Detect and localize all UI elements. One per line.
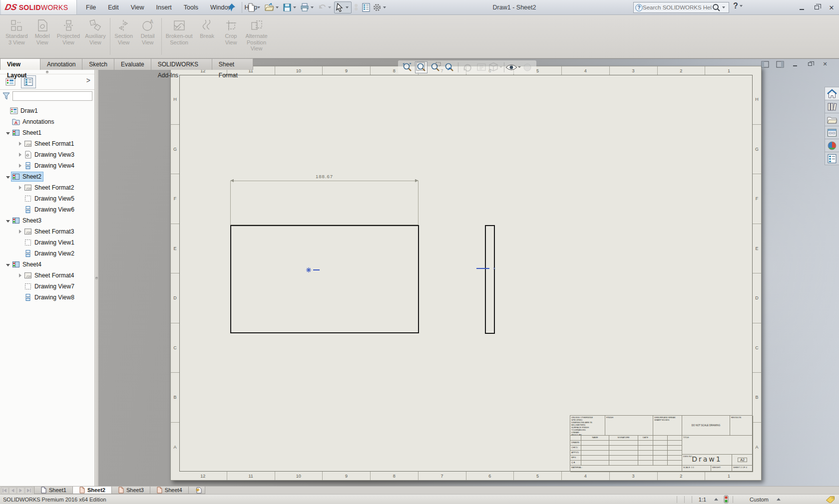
tab-annotation[interactable]: Annotation: [40, 58, 82, 70]
tree-item-sheet3[interactable]: Sheet3: [0, 215, 94, 226]
scale-caret-icon[interactable]: [714, 498, 718, 501]
sheet-tab-sheet2[interactable]: Sheet2: [72, 487, 112, 494]
help-caret-icon[interactable]: [740, 5, 743, 7]
tree-item-sheet-format2[interactable]: Sheet Format2: [0, 182, 94, 193]
tree-expand-down-icon[interactable]: [5, 129, 11, 136]
task-pane-appearances-button[interactable]: [825, 139, 839, 152]
tree-expand-right-icon[interactable]: [17, 184, 23, 191]
save-button[interactable]: [282, 1, 299, 13]
menu-file[interactable]: File: [80, 0, 102, 15]
settings-gear-button[interactable]: [372, 1, 389, 13]
tree-item-drawing-view3[interactable]: Drawing View3: [0, 149, 94, 160]
dock-right-button[interactable]: [775, 60, 785, 68]
help-button[interactable]: ?: [733, 1, 745, 10]
panel-splitter[interactable]: [95, 70, 98, 486]
print-button[interactable]: [299, 1, 317, 13]
tab-sketch[interactable]: Sketch: [82, 58, 114, 70]
dimension-text[interactable]: 188.67: [230, 174, 419, 179]
tree-item-sheet4[interactable]: Sheet4: [0, 259, 94, 270]
tree-item-drawing-view8[interactable]: Drawing View8: [0, 292, 94, 303]
tree-item-drawing-view1[interactable]: Drawing View1: [0, 237, 94, 248]
select-cursor-button[interactable]: [334, 1, 352, 13]
search-icon[interactable]: [712, 3, 721, 12]
ribbon-group: SectionViewADetailView: [112, 17, 160, 46]
sheet-tab-sheet1[interactable]: Sheet1: [34, 487, 73, 494]
tab-evaluate[interactable]: Evaluate: [114, 58, 151, 70]
tree-item-sheet-format4[interactable]: Sheet Format4: [0, 270, 94, 281]
dock-left-button[interactable]: [760, 60, 770, 68]
menu-tools[interactable]: Tools: [178, 0, 204, 15]
restore-button[interactable]: [812, 3, 821, 11]
menu-edit[interactable]: Edit: [102, 0, 125, 15]
tree-item-drawing-view7[interactable]: Drawing View7: [0, 281, 94, 292]
drawing-view-outline[interactable]: [230, 181, 419, 225]
select-cursor-caret-icon[interactable]: [346, 6, 349, 8]
traffic-light-icon[interactable]: [723, 495, 729, 504]
task-pane-home-button[interactable]: [825, 87, 839, 100]
undo-caret-icon[interactable]: [328, 6, 331, 8]
view-orientation-caret-icon[interactable]: [499, 66, 502, 68]
tag-icon[interactable]: [826, 496, 835, 503]
pin-icon[interactable]: [226, 2, 237, 12]
options-list-button[interactable]: [361, 1, 372, 13]
doc-restore-button[interactable]: [805, 60, 815, 68]
settings-gear-caret-icon[interactable]: [383, 6, 386, 8]
sheet-tab-sheet3[interactable]: Sheet3: [111, 487, 150, 494]
panel-expand-chevron-icon[interactable]: >: [86, 76, 90, 84]
zoom-to-fit-button[interactable]: [415, 61, 427, 73]
tree-filter-input[interactable]: [12, 91, 92, 101]
graphics-area[interactable]: ✕ 121110987654321 121110987654321 HGFEDC…: [98, 58, 839, 486]
tree-item-sheet-format1[interactable]: Sheet Format1: [0, 138, 94, 149]
tree-item-sheet-format3[interactable]: Sheet Format3: [0, 226, 94, 237]
tree-item-drawing-view5[interactable]: Drawing View5: [0, 193, 94, 204]
tree-item-drawing-view6[interactable]: Drawing View6: [0, 204, 94, 215]
menu-view[interactable]: View: [125, 0, 150, 15]
new-document-caret-icon[interactable]: [257, 6, 260, 8]
print-caret-icon[interactable]: [311, 6, 314, 8]
open-button[interactable]: [263, 1, 282, 13]
new-document-button[interactable]: [246, 1, 263, 13]
task-pane-design-library-button[interactable]: [825, 100, 839, 113]
tab-view-layout[interactable]: View Layout: [0, 58, 40, 70]
sheet-page-icon: [40, 487, 47, 494]
hide-show-items-button[interactable]: [507, 61, 519, 73]
tree-expand-right-icon[interactable]: [17, 228, 23, 235]
task-pane-view-palette-button[interactable]: [825, 126, 839, 139]
tree-expand-down-icon[interactable]: [5, 261, 11, 268]
previous-view-button[interactable]: [443, 61, 455, 73]
configuration-caret-icon[interactable]: [777, 498, 781, 501]
tree-item-annotations[interactable]: AAnnotations: [0, 116, 94, 127]
tree-item-sheet2[interactable]: Sheet2: [0, 171, 94, 182]
tree-expand-right-icon[interactable]: [17, 272, 23, 279]
task-pane-custom-properties-button[interactable]: [825, 152, 839, 165]
doc-minimize-button[interactable]: [790, 60, 800, 68]
sheet-tab-sheet4[interactable]: Sheet4: [150, 487, 189, 494]
open-caret-icon[interactable]: [276, 6, 279, 8]
add-sheet-button[interactable]: [188, 487, 205, 494]
save-caret-icon[interactable]: [293, 6, 296, 8]
drawing-view-side-rectangle[interactable]: [485, 225, 495, 334]
zone-column-label: 12: [179, 472, 227, 480]
drawing-sheet[interactable]: 121110987654321 121110987654321 HGFEDCBA…: [170, 66, 762, 481]
menu-insert[interactable]: Insert: [150, 0, 178, 15]
zoom-to-selection-button[interactable]: [429, 61, 441, 73]
task-pane-file-explorer-button[interactable]: [825, 113, 839, 126]
tree-item-drawing-view4[interactable]: Drawing View4: [0, 160, 94, 171]
search-input[interactable]: [643, 4, 712, 10]
tree-expand-right-icon[interactable]: [17, 151, 23, 158]
doc-close-button[interactable]: ✕: [820, 60, 830, 68]
close-button[interactable]: ✕: [827, 3, 836, 11]
tree-item-drawing-view2[interactable]: Drawing View2: [0, 248, 94, 259]
tree-item-draw1[interactable]: Draw1: [0, 105, 94, 116]
tree-expand-down-icon[interactable]: [5, 217, 11, 224]
minimize-button[interactable]: [797, 3, 806, 11]
tab-solidworks-add-ins[interactable]: SOLIDWORKS Add-Ins: [151, 58, 212, 70]
drawing-view-rectangle[interactable]: [230, 225, 419, 333]
search-caret-icon[interactable]: [722, 6, 725, 8]
tab-sheet-format[interactable]: Sheet Format: [212, 58, 253, 70]
tree-expand-right-icon[interactable]: [17, 140, 23, 147]
tree-expand-right-icon[interactable]: [17, 162, 23, 169]
tree-item-sheet1[interactable]: Sheet1: [0, 127, 94, 138]
tree-expand-down-icon[interactable]: [5, 173, 11, 180]
zoom-area-button[interactable]: [401, 61, 414, 73]
